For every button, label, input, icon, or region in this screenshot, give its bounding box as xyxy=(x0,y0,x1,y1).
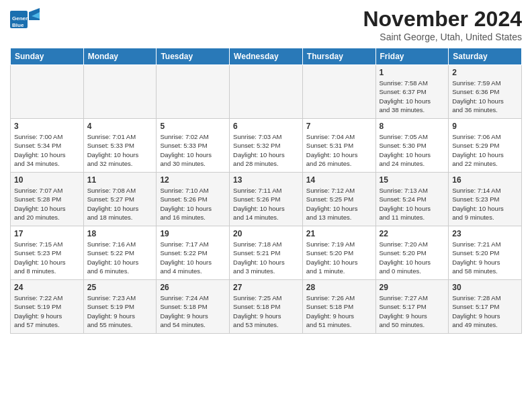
calendar-cell: 25Sunrise: 7:23 AMSunset: 5:19 PMDayligh… xyxy=(83,280,157,334)
day-info: Sunrise: 7:26 AMSunset: 5:18 PMDaylight:… xyxy=(306,293,372,329)
calendar-cell: 29Sunrise: 7:27 AMSunset: 5:17 PMDayligh… xyxy=(375,280,449,334)
day-number: 30 xyxy=(452,283,518,292)
day-number: 16 xyxy=(452,175,518,185)
day-number: 20 xyxy=(233,229,299,238)
title-area: November 2024 Saint George, Utah, United… xyxy=(363,7,522,42)
day-number: 4 xyxy=(87,122,153,131)
calendar-cell: 9Sunrise: 7:06 AMSunset: 5:29 PMDaylight… xyxy=(449,119,522,173)
day-info: Sunrise: 7:10 AMSunset: 5:26 PMDaylight:… xyxy=(160,186,226,222)
calendar-cell: 12Sunrise: 7:10 AMSunset: 5:26 PMDayligh… xyxy=(157,173,230,226)
calendar-week-row: 24Sunrise: 7:22 AMSunset: 5:19 PMDayligh… xyxy=(11,280,522,334)
calendar-cell xyxy=(302,65,375,119)
day-info: Sunrise: 7:14 AMSunset: 5:23 PMDaylight:… xyxy=(452,186,518,222)
day-number: 7 xyxy=(306,122,372,131)
calendar-cell: 17Sunrise: 7:15 AMSunset: 5:23 PMDayligh… xyxy=(11,226,84,280)
day-info: Sunrise: 7:02 AMSunset: 5:33 PMDaylight:… xyxy=(160,132,226,168)
calendar-table: SundayMondayTuesdayWednesdayThursdayFrid… xyxy=(10,48,522,334)
day-number: 22 xyxy=(380,229,445,238)
day-number: 17 xyxy=(14,229,80,238)
calendar-cell: 8Sunrise: 7:05 AMSunset: 5:30 PMDaylight… xyxy=(375,119,449,173)
calendar-cell: 3Sunrise: 7:00 AMSunset: 5:34 PMDaylight… xyxy=(11,119,84,173)
calendar-cell: 21Sunrise: 7:19 AMSunset: 5:20 PMDayligh… xyxy=(302,226,375,280)
day-number: 8 xyxy=(380,122,445,131)
day-info: Sunrise: 7:00 AMSunset: 5:34 PMDaylight:… xyxy=(14,132,80,168)
day-info: Sunrise: 7:04 AMSunset: 5:31 PMDaylight:… xyxy=(306,132,372,168)
location-subtitle: Saint George, Utah, United States xyxy=(363,32,522,42)
day-info: Sunrise: 7:13 AMSunset: 5:24 PMDaylight:… xyxy=(380,186,445,222)
calendar-cell: 27Sunrise: 7:25 AMSunset: 5:18 PMDayligh… xyxy=(230,280,303,334)
calendar-cell: 6Sunrise: 7:03 AMSunset: 5:32 PMDaylight… xyxy=(230,119,303,173)
calendar-cell: 22Sunrise: 7:20 AMSunset: 5:20 PMDayligh… xyxy=(375,226,449,280)
calendar-cell: 2Sunrise: 7:59 AMSunset: 6:36 PMDaylight… xyxy=(449,65,522,119)
day-number: 23 xyxy=(452,229,518,238)
calendar-cell: 13Sunrise: 7:11 AMSunset: 5:26 PMDayligh… xyxy=(230,173,303,226)
day-number: 1 xyxy=(380,68,445,77)
day-number: 24 xyxy=(14,283,80,292)
page-header: General Blue November 2024 Saint George,… xyxy=(10,7,522,42)
svg-text:Blue: Blue xyxy=(12,22,24,28)
calendar-week-row: 10Sunrise: 7:07 AMSunset: 5:28 PMDayligh… xyxy=(11,173,522,226)
calendar-cell xyxy=(157,65,230,119)
day-number: 3 xyxy=(14,122,80,131)
calendar-cell: 11Sunrise: 7:08 AMSunset: 5:27 PMDayligh… xyxy=(83,173,157,226)
calendar-cell: 15Sunrise: 7:13 AMSunset: 5:24 PMDayligh… xyxy=(375,173,449,226)
day-info: Sunrise: 7:17 AMSunset: 5:22 PMDaylight:… xyxy=(160,240,226,275)
col-header-friday: Friday xyxy=(375,48,449,65)
month-title: November 2024 xyxy=(363,7,522,32)
day-info: Sunrise: 7:01 AMSunset: 5:33 PMDaylight:… xyxy=(87,132,153,168)
calendar-cell: 10Sunrise: 7:07 AMSunset: 5:28 PMDayligh… xyxy=(11,173,84,226)
day-number: 11 xyxy=(87,175,153,185)
calendar-cell: 23Sunrise: 7:21 AMSunset: 5:20 PMDayligh… xyxy=(449,226,522,280)
calendar-cell xyxy=(83,65,157,119)
day-info: Sunrise: 7:27 AMSunset: 5:17 PMDaylight:… xyxy=(380,293,445,329)
calendar-cell: 19Sunrise: 7:17 AMSunset: 5:22 PMDayligh… xyxy=(157,226,230,280)
day-info: Sunrise: 7:16 AMSunset: 5:22 PMDaylight:… xyxy=(87,240,153,275)
day-number: 6 xyxy=(233,122,299,131)
col-header-wednesday: Wednesday xyxy=(230,48,303,65)
calendar-cell: 16Sunrise: 7:14 AMSunset: 5:23 PMDayligh… xyxy=(449,173,522,226)
day-info: Sunrise: 7:21 AMSunset: 5:20 PMDaylight:… xyxy=(452,240,518,275)
day-number: 5 xyxy=(160,122,226,131)
day-info: Sunrise: 7:24 AMSunset: 5:18 PMDaylight:… xyxy=(160,293,226,329)
day-number: 18 xyxy=(87,229,153,238)
calendar-cell: 24Sunrise: 7:22 AMSunset: 5:19 PMDayligh… xyxy=(11,280,84,334)
calendar-week-row: 3Sunrise: 7:00 AMSunset: 5:34 PMDaylight… xyxy=(11,119,522,173)
calendar-cell: 18Sunrise: 7:16 AMSunset: 5:22 PMDayligh… xyxy=(83,226,157,280)
logo-icon: General Blue xyxy=(10,7,40,31)
day-info: Sunrise: 7:11 AMSunset: 5:26 PMDaylight:… xyxy=(233,186,299,222)
day-info: Sunrise: 7:03 AMSunset: 5:32 PMDaylight:… xyxy=(233,132,299,168)
day-info: Sunrise: 7:19 AMSunset: 5:20 PMDaylight:… xyxy=(306,240,372,275)
day-info: Sunrise: 7:07 AMSunset: 5:28 PMDaylight:… xyxy=(14,186,80,222)
day-number: 27 xyxy=(233,283,299,292)
day-info: Sunrise: 7:22 AMSunset: 5:19 PMDaylight:… xyxy=(14,293,80,329)
col-header-sunday: Sunday xyxy=(11,48,84,65)
col-header-tuesday: Tuesday xyxy=(157,48,230,65)
calendar-cell xyxy=(11,65,84,119)
day-number: 26 xyxy=(160,283,226,292)
day-info: Sunrise: 7:08 AMSunset: 5:27 PMDaylight:… xyxy=(87,186,153,222)
calendar-cell: 26Sunrise: 7:24 AMSunset: 5:18 PMDayligh… xyxy=(157,280,230,334)
calendar-header-row: SundayMondayTuesdayWednesdayThursdayFrid… xyxy=(11,48,522,65)
calendar-cell: 7Sunrise: 7:04 AMSunset: 5:31 PMDaylight… xyxy=(302,119,375,173)
calendar-week-row: 17Sunrise: 7:15 AMSunset: 5:23 PMDayligh… xyxy=(11,226,522,280)
day-info: Sunrise: 7:05 AMSunset: 5:30 PMDaylight:… xyxy=(380,132,445,168)
day-info: Sunrise: 7:58 AMSunset: 6:37 PMDaylight:… xyxy=(380,79,445,114)
day-info: Sunrise: 7:20 AMSunset: 5:20 PMDaylight:… xyxy=(380,240,445,275)
day-info: Sunrise: 7:28 AMSunset: 5:17 PMDaylight:… xyxy=(452,293,518,329)
day-info: Sunrise: 7:18 AMSunset: 5:21 PMDaylight:… xyxy=(233,240,299,275)
day-number: 15 xyxy=(380,175,445,185)
day-info: Sunrise: 7:15 AMSunset: 5:23 PMDaylight:… xyxy=(14,240,80,275)
calendar-cell xyxy=(230,65,303,119)
calendar-cell: 20Sunrise: 7:18 AMSunset: 5:21 PMDayligh… xyxy=(230,226,303,280)
day-number: 10 xyxy=(14,175,80,185)
day-info: Sunrise: 7:12 AMSunset: 5:25 PMDaylight:… xyxy=(306,186,372,222)
calendar-cell: 28Sunrise: 7:26 AMSunset: 5:18 PMDayligh… xyxy=(302,280,375,334)
day-number: 19 xyxy=(160,229,226,238)
day-info: Sunrise: 7:25 AMSunset: 5:18 PMDaylight:… xyxy=(233,293,299,329)
calendar-cell: 30Sunrise: 7:28 AMSunset: 5:17 PMDayligh… xyxy=(449,280,522,334)
day-number: 21 xyxy=(306,229,372,238)
col-header-thursday: Thursday xyxy=(302,48,375,65)
day-number: 12 xyxy=(160,175,226,185)
day-info: Sunrise: 7:23 AMSunset: 5:19 PMDaylight:… xyxy=(87,293,153,329)
col-header-monday: Monday xyxy=(83,48,157,65)
